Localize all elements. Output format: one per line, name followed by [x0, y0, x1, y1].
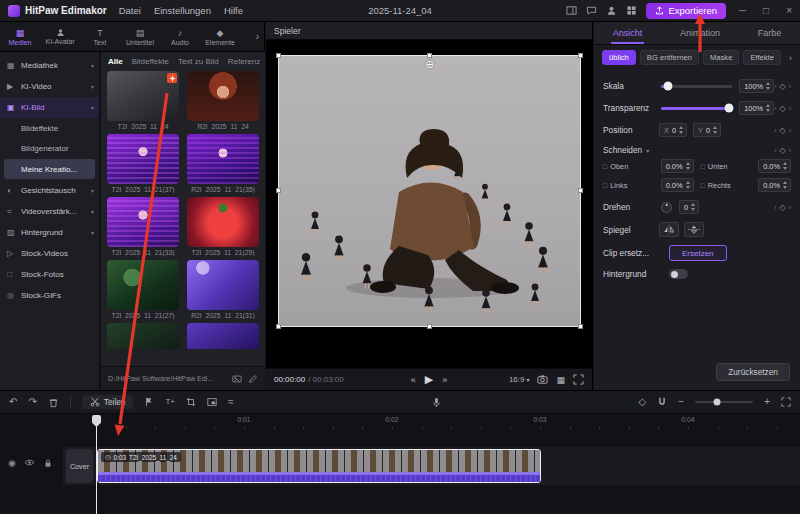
library-item[interactable]: T2I_2025_11_21(37) [107, 134, 179, 194]
eye-icon[interactable] [24, 457, 35, 468]
library-tab-referenz[interactable]: Referenz [228, 57, 260, 66]
library-item[interactable]: R2I_2025_11_24 [187, 71, 259, 131]
selection-handle[interactable] [578, 53, 583, 58]
crop-keyframe-controls[interactable]: ‹◇› [774, 146, 791, 155]
sidebar-item-ki-bild[interactable]: ▣ KI-Bild ▾ [0, 97, 99, 118]
library-item[interactable] [187, 323, 259, 349]
library-tab-bildeffekte[interactable]: Bildeffekte [132, 57, 169, 66]
thumbnail-t2i-2025-11-24[interactable] [107, 71, 179, 121]
tab-farbe[interactable]: Farbe [752, 22, 788, 44]
tab-medien[interactable]: ▦ Medien [0, 22, 40, 51]
timeline-ruler[interactable]: 0:01 0:02 0:03 0:04 [96, 415, 800, 429]
opacity-keyframe-controls[interactable]: ‹◇› [774, 104, 791, 113]
tab-untertitel[interactable]: ▤ Untertitel [120, 22, 160, 51]
thumbnail-t2i-2025-11-21-33[interactable] [107, 197, 179, 247]
account-icon[interactable] [606, 5, 617, 16]
sidebar-item-hintergrund[interactable]: ▨ Hintergrund ▾ [0, 222, 99, 243]
mic-icon[interactable] [431, 397, 442, 408]
thumbnail-partial[interactable] [187, 323, 259, 349]
lock-icon[interactable] [43, 458, 53, 468]
keyframe-icon[interactable]: ◇ [639, 397, 647, 407]
export-button[interactable]: Exportieren [646, 3, 726, 19]
pip-icon[interactable] [207, 397, 217, 407]
rotate-dial[interactable] [661, 202, 672, 213]
thumbnail-t2i-2025-11-21-37[interactable] [107, 134, 179, 184]
reset-button[interactable]: Zurücksetzen [716, 363, 790, 381]
sidebar-item-videoverstaerkung[interactable]: ≈ Videoverstärk... ▾ [0, 201, 99, 222]
thumbnail-r2i-2025-11-24[interactable] [187, 71, 259, 121]
selection-handle[interactable] [276, 53, 281, 58]
menu-einstellungen[interactable]: Einstellungen [154, 5, 211, 16]
menu-datei[interactable]: Datei [119, 5, 141, 16]
tab-audio[interactable]: ♪ Audio [160, 22, 200, 51]
position-x-field[interactable]: X0 [659, 123, 687, 137]
audio-wave-icon[interactable]: ≈ [228, 397, 234, 407]
thumbnail-partial[interactable] [107, 323, 179, 349]
thumbnail-t2i-2025-11-21-29[interactable] [187, 197, 259, 247]
flip-horizontal-button[interactable] [659, 222, 679, 237]
zoom-out-icon[interactable]: − [678, 397, 684, 407]
undo-icon[interactable]: ↶ [9, 397, 17, 407]
preview-canvas[interactable]: ⊕ [278, 55, 581, 327]
crop-icon[interactable] [186, 397, 196, 407]
library-item[interactable]: T2I_2025_11_21(33) [107, 197, 179, 257]
position-y-field[interactable]: Y0 [693, 123, 721, 137]
thumbnail-r2i-2025-11-21-35[interactable] [187, 134, 259, 184]
layout-icon[interactable] [566, 5, 577, 16]
fit-timeline-icon[interactable] [781, 397, 791, 407]
library-tab-text-zu-bild[interactable]: Text zu Bild [178, 57, 219, 66]
rotate-value[interactable]: 0 [679, 200, 699, 214]
maximize-button[interactable]: □ [759, 5, 773, 16]
scale-slider[interactable] [661, 85, 732, 88]
crop-links-value[interactable]: 0.0% [661, 178, 694, 192]
library-item[interactable]: R2I_2025_11_21(35) [187, 134, 259, 194]
rotate-handle-icon[interactable]: ⊕ [425, 58, 434, 71]
snapshot-icon[interactable] [537, 374, 548, 385]
opacity-value[interactable]: 100% [739, 101, 774, 115]
selection-handle[interactable] [427, 324, 432, 329]
cover-track-label[interactable]: Cover [66, 449, 93, 483]
sidebar-item-stock-videos[interactable]: ▷ Stock-Videos [0, 243, 99, 264]
tab-text[interactable]: T Text [80, 22, 120, 51]
sidebar-item-stock-gifs[interactable]: ◎ Stock-GIFs [0, 285, 99, 306]
close-button[interactable]: × [782, 5, 796, 16]
playhead-line[interactable] [96, 415, 97, 514]
library-item[interactable] [107, 323, 179, 349]
library-item[interactable]: T2I_2025_11_21(29) [187, 197, 259, 257]
subtab-maske[interactable]: Maske [703, 50, 739, 65]
timeline-clip[interactable]: ◷ 0:03 T2I_2025_11_24 [97, 449, 541, 483]
library-item[interactable]: R2I_2025_11_21(31) [187, 260, 259, 320]
tab-ki-avatar[interactable]: KI-Avatar [40, 22, 80, 51]
selection-handle[interactable] [578, 324, 583, 329]
edit-icon[interactable] [248, 374, 258, 384]
record-icon[interactable]: ◉ [8, 458, 16, 468]
library-tab-alle[interactable]: Alle [108, 57, 123, 66]
selection-handle[interactable] [427, 53, 432, 58]
feedback-icon[interactable] [586, 5, 597, 16]
sidebar-item-stock-fotos[interactable]: □ Stock-Fotos [0, 264, 99, 285]
add-text-icon[interactable]: T+ [165, 397, 175, 407]
timeline-zoom-slider[interactable] [695, 401, 753, 404]
replace-button[interactable]: Ersetzen [669, 245, 727, 261]
crop-rechts-value[interactable]: 0.0% [758, 178, 791, 192]
sidebar-item-ki-video[interactable]: ▶ KI-Video ▾ [0, 76, 99, 97]
sidebar-item-mediathek[interactable]: ▦ Mediathek ▾ [0, 55, 99, 76]
import-icon[interactable] [232, 374, 242, 384]
crop-unten-value[interactable]: 0.0% [758, 159, 791, 173]
crop-oben-value[interactable]: 0.0% [661, 159, 694, 173]
position-keyframe-controls[interactable]: ‹◇› [774, 126, 791, 135]
sidebar-item-bildeffekte[interactable]: Bildeffekte [0, 118, 99, 138]
aspect-ratio-select[interactable]: 16:9 ▾ [509, 375, 530, 384]
selection-handle[interactable] [276, 188, 281, 193]
redo-icon[interactable]: ↷ [28, 397, 36, 407]
tab-ansicht[interactable]: Ansicht [607, 22, 649, 44]
next-frame-button[interactable]: » [442, 375, 447, 385]
previous-frame-button[interactable]: « [411, 375, 416, 385]
subtabs-chevron-icon[interactable]: › [789, 53, 792, 63]
scale-value[interactable]: 100% [739, 79, 774, 93]
magnet-icon[interactable] [657, 397, 667, 407]
subtab-effekte[interactable]: Effekte [743, 50, 781, 65]
checkbox-icon[interactable]: □ [701, 163, 705, 170]
marker-icon[interactable] [144, 397, 154, 407]
subtab-bg-entfernen[interactable]: BG entfernen [640, 50, 699, 65]
